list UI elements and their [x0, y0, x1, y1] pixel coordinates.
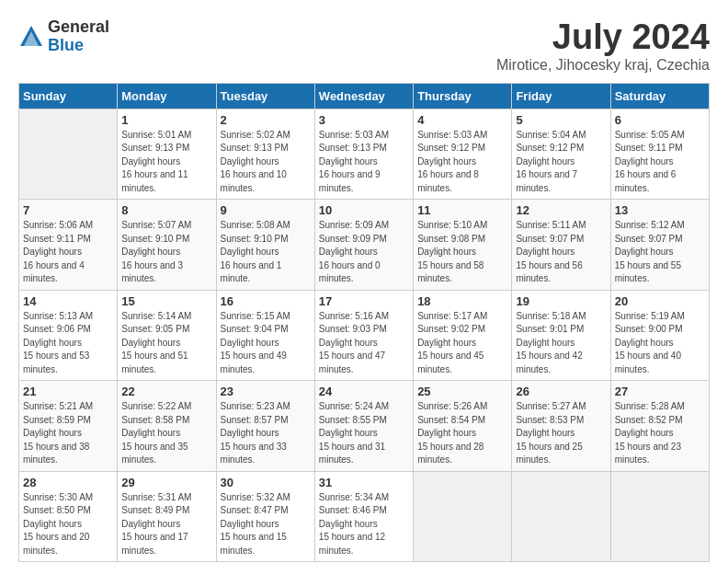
- day-number: 9: [221, 203, 311, 217]
- calendar-cell: 25 Sunrise: 5:26 AM Sunset: 8:54 PM Dayl…: [414, 381, 512, 472]
- day-info: Sunrise: 5:18 AM Sunset: 9:01 PM Dayligh…: [516, 310, 606, 377]
- day-number: 22: [121, 385, 211, 398]
- day-info: Sunrise: 5:28 AM Sunset: 8:52 PM Dayligh…: [615, 400, 705, 467]
- day-number: 20: [615, 294, 705, 308]
- calendar-cell: [414, 471, 512, 562]
- logo: General Blue: [18, 18, 109, 55]
- day-info: Sunrise: 5:08 AM Sunset: 9:10 PM Dayligh…: [221, 219, 311, 286]
- calendar-cell: 12 Sunrise: 5:11 AM Sunset: 9:07 PM Dayl…: [512, 200, 610, 291]
- day-number: 23: [221, 385, 311, 398]
- day-info: Sunrise: 5:03 AM Sunset: 9:13 PM Dayligh…: [319, 129, 409, 196]
- month-title: July 2024: [496, 18, 710, 57]
- day-info: Sunrise: 5:01 AM Sunset: 9:13 PM Dayligh…: [121, 129, 211, 196]
- calendar-cell: 13 Sunrise: 5:12 AM Sunset: 9:07 PM Dayl…: [610, 200, 709, 291]
- day-info: Sunrise: 5:16 AM Sunset: 9:03 PM Dayligh…: [319, 310, 409, 377]
- day-number: 31: [319, 476, 409, 489]
- weekday-header-cell: Monday: [118, 83, 216, 109]
- calendar-cell: 19 Sunrise: 5:18 AM Sunset: 9:01 PM Dayl…: [512, 290, 610, 381]
- day-number: 14: [23, 294, 113, 308]
- day-number: 24: [319, 385, 409, 398]
- day-number: 18: [417, 294, 507, 308]
- calendar-cell: 28 Sunrise: 5:30 AM Sunset: 8:50 PM Dayl…: [19, 471, 118, 562]
- calendar-cell: 3 Sunrise: 5:03 AM Sunset: 9:13 PM Dayli…: [314, 109, 413, 200]
- day-number: 15: [121, 294, 211, 308]
- day-info: Sunrise: 5:34 AM Sunset: 8:46 PM Dayligh…: [319, 491, 409, 558]
- calendar-cell: 17 Sunrise: 5:16 AM Sunset: 9:03 PM Dayl…: [314, 290, 413, 381]
- location-title: Mirotice, Jihocesky kraj, Czechia: [496, 57, 710, 74]
- day-number: 21: [23, 385, 113, 398]
- calendar-body: 1 Sunrise: 5:01 AM Sunset: 9:13 PM Dayli…: [19, 109, 710, 562]
- day-number: 26: [516, 385, 606, 398]
- day-number: 25: [417, 385, 507, 398]
- calendar-cell: 29 Sunrise: 5:31 AM Sunset: 8:49 PM Dayl…: [118, 471, 216, 562]
- page-header: General Blue July 2024 Mirotice, Jihoces…: [18, 18, 710, 74]
- day-info: Sunrise: 5:23 AM Sunset: 8:57 PM Dayligh…: [221, 400, 311, 467]
- day-info: Sunrise: 5:22 AM Sunset: 8:58 PM Dayligh…: [121, 400, 211, 467]
- calendar-cell: 9 Sunrise: 5:08 AM Sunset: 9:10 PM Dayli…: [216, 200, 314, 291]
- day-number: 28: [23, 476, 113, 489]
- day-info: Sunrise: 5:26 AM Sunset: 8:54 PM Dayligh…: [417, 400, 507, 467]
- day-info: Sunrise: 5:17 AM Sunset: 9:02 PM Dayligh…: [417, 310, 507, 377]
- calendar-cell: 31 Sunrise: 5:34 AM Sunset: 8:46 PM Dayl…: [314, 471, 413, 562]
- day-info: Sunrise: 5:04 AM Sunset: 9:12 PM Dayligh…: [516, 129, 606, 196]
- weekday-header-cell: Friday: [512, 83, 610, 109]
- day-info: Sunrise: 5:31 AM Sunset: 8:49 PM Dayligh…: [121, 491, 211, 558]
- calendar-cell: 16 Sunrise: 5:15 AM Sunset: 9:04 PM Dayl…: [216, 290, 314, 381]
- calendar-cell: 26 Sunrise: 5:27 AM Sunset: 8:53 PM Dayl…: [512, 381, 610, 472]
- calendar-cell: 20 Sunrise: 5:19 AM Sunset: 9:00 PM Dayl…: [610, 290, 709, 381]
- day-number: 1: [121, 113, 211, 127]
- day-number: 2: [221, 113, 311, 127]
- calendar-cell: 2 Sunrise: 5:02 AM Sunset: 9:13 PM Dayli…: [216, 109, 314, 200]
- weekday-header-cell: Thursday: [414, 83, 512, 109]
- day-number: 12: [516, 203, 606, 217]
- day-number: 5: [516, 113, 606, 127]
- day-number: 6: [615, 113, 705, 127]
- day-info: Sunrise: 5:21 AM Sunset: 8:59 PM Dayligh…: [23, 400, 113, 467]
- calendar-cell: 23 Sunrise: 5:23 AM Sunset: 8:57 PM Dayl…: [216, 381, 314, 472]
- calendar-cell: 5 Sunrise: 5:04 AM Sunset: 9:12 PM Dayli…: [512, 109, 610, 200]
- calendar-table: SundayMondayTuesdayWednesdayThursdayFrid…: [18, 83, 710, 563]
- calendar-week-row: 21 Sunrise: 5:21 AM Sunset: 8:59 PM Dayl…: [19, 381, 710, 472]
- calendar-cell: 27 Sunrise: 5:28 AM Sunset: 8:52 PM Dayl…: [610, 381, 709, 472]
- day-info: Sunrise: 5:32 AM Sunset: 8:47 PM Dayligh…: [221, 491, 311, 558]
- day-info: Sunrise: 5:13 AM Sunset: 9:06 PM Dayligh…: [23, 310, 113, 377]
- calendar-cell: 6 Sunrise: 5:05 AM Sunset: 9:11 PM Dayli…: [610, 109, 709, 200]
- weekday-header-cell: Tuesday: [216, 83, 314, 109]
- calendar-cell: 7 Sunrise: 5:06 AM Sunset: 9:11 PM Dayli…: [19, 200, 118, 291]
- calendar-cell: 15 Sunrise: 5:14 AM Sunset: 9:05 PM Dayl…: [118, 290, 216, 381]
- calendar-week-row: 7 Sunrise: 5:06 AM Sunset: 9:11 PM Dayli…: [19, 200, 710, 291]
- calendar-week-row: 28 Sunrise: 5:30 AM Sunset: 8:50 PM Dayl…: [19, 471, 710, 562]
- day-info: Sunrise: 5:03 AM Sunset: 9:12 PM Dayligh…: [417, 129, 507, 196]
- calendar-cell: 8 Sunrise: 5:07 AM Sunset: 9:10 PM Dayli…: [118, 200, 216, 291]
- day-info: Sunrise: 5:06 AM Sunset: 9:11 PM Dayligh…: [23, 219, 113, 286]
- day-info: Sunrise: 5:02 AM Sunset: 9:13 PM Dayligh…: [221, 129, 311, 196]
- calendar-cell: [610, 471, 709, 562]
- weekday-header-cell: Wednesday: [314, 83, 413, 109]
- day-number: 27: [615, 385, 705, 398]
- day-number: 30: [221, 476, 311, 489]
- day-info: Sunrise: 5:15 AM Sunset: 9:04 PM Dayligh…: [221, 310, 311, 377]
- day-number: 3: [319, 113, 409, 127]
- weekday-header-cell: Saturday: [610, 83, 709, 109]
- calendar-cell: [19, 109, 118, 200]
- day-number: 11: [417, 203, 507, 217]
- day-number: 8: [121, 203, 211, 217]
- title-block: July 2024 Mirotice, Jihocesky kraj, Czec…: [496, 18, 710, 74]
- logo-blue-text: Blue: [48, 37, 109, 55]
- day-info: Sunrise: 5:11 AM Sunset: 9:07 PM Dayligh…: [516, 219, 606, 286]
- day-info: Sunrise: 5:09 AM Sunset: 9:09 PM Dayligh…: [319, 219, 409, 286]
- day-number: 19: [516, 294, 606, 308]
- day-number: 13: [615, 203, 705, 217]
- calendar-cell: 1 Sunrise: 5:01 AM Sunset: 9:13 PM Dayli…: [118, 109, 216, 200]
- day-number: 10: [319, 203, 409, 217]
- weekday-header-row: SundayMondayTuesdayWednesdayThursdayFrid…: [19, 83, 710, 109]
- day-info: Sunrise: 5:05 AM Sunset: 9:11 PM Dayligh…: [615, 129, 705, 196]
- calendar-cell: 10 Sunrise: 5:09 AM Sunset: 9:09 PM Dayl…: [314, 200, 413, 291]
- day-info: Sunrise: 5:30 AM Sunset: 8:50 PM Dayligh…: [23, 491, 113, 558]
- calendar-cell: 24 Sunrise: 5:24 AM Sunset: 8:55 PM Dayl…: [314, 381, 413, 472]
- day-number: 4: [417, 113, 507, 127]
- day-info: Sunrise: 5:12 AM Sunset: 9:07 PM Dayligh…: [615, 219, 705, 286]
- logo-icon: [18, 24, 44, 50]
- calendar-cell: 18 Sunrise: 5:17 AM Sunset: 9:02 PM Dayl…: [414, 290, 512, 381]
- calendar-cell: 30 Sunrise: 5:32 AM Sunset: 8:47 PM Dayl…: [216, 471, 314, 562]
